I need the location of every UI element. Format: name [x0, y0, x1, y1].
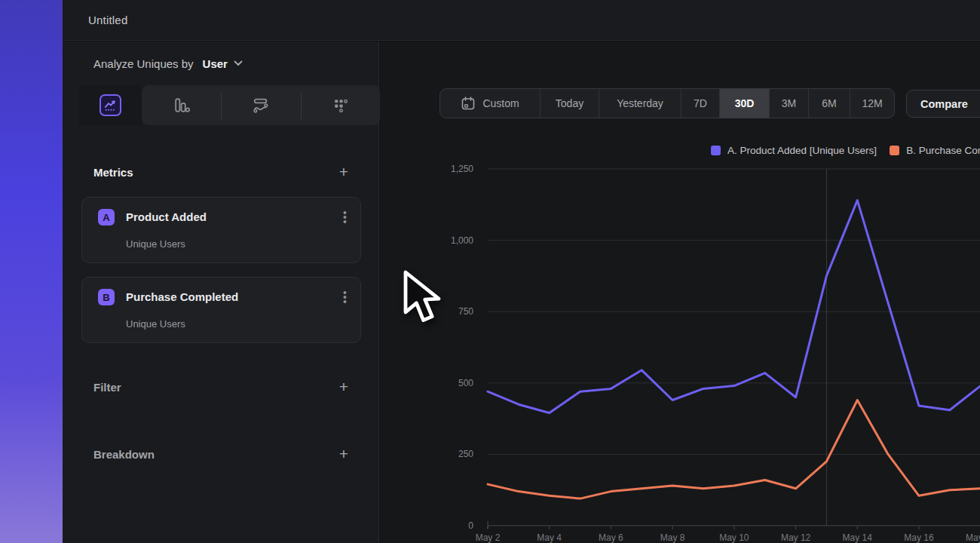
y-axis-label: 750	[458, 306, 473, 317]
metric-name: Product Added	[126, 210, 207, 223]
tab-funnel-dots[interactable]	[301, 85, 380, 125]
y-axis-label: 1,000	[451, 235, 473, 246]
chart-canvas[interactable]: 02505007501,0001,250May 2May 4May 6May 8…	[380, 41, 980, 543]
y-axis-label: 0	[468, 520, 473, 531]
metrics-title: Metrics	[93, 166, 133, 179]
x-axis-label: May 10	[719, 532, 749, 543]
x-axis-label: May 2	[476, 532, 501, 543]
metrics-header: Metrics +	[93, 161, 348, 183]
y-axis-label: 500	[458, 378, 473, 388]
chart-panel: Custom Today Yesterday 7D 30D 3M 6M 12M …	[380, 41, 980, 543]
analyze-row: Analyze Uniques by User	[93, 41, 243, 85]
metric-name: Purchase Completed	[126, 290, 238, 303]
x-axis-label: May 16	[904, 532, 934, 543]
metric-menu-button[interactable]: •••	[343, 210, 347, 224]
metric-card-a[interactable]: A Product Added Unique Users •••	[81, 197, 361, 263]
series-line-a[interactable]	[488, 201, 980, 413]
x-axis-label: May 18	[966, 532, 980, 543]
tab-flow-chart[interactable]	[221, 85, 300, 125]
line-chart-icon	[100, 94, 121, 116]
add-metric-button[interactable]: +	[339, 164, 348, 179]
x-axis-label: May 6	[599, 532, 623, 543]
title-bar: Untitled	[63, 0, 980, 41]
mouse-cursor	[401, 269, 443, 327]
metric-card-b[interactable]: B Purchase Completed Unique Users •••	[81, 277, 361, 343]
series-line-b[interactable]	[488, 400, 980, 499]
metric-menu-button[interactable]: •••	[343, 290, 347, 304]
flow-chart-icon	[252, 97, 269, 114]
tab-line-chart[interactable]	[79, 85, 142, 125]
filter-header: Filter +	[93, 376, 348, 398]
analyze-value-dropdown[interactable]: User	[203, 57, 228, 70]
tab-bar-chart[interactable]	[142, 85, 221, 125]
app-nav-strip	[0, 0, 63, 543]
metric-badge-b: B	[98, 289, 115, 305]
y-axis-label: 1,250	[451, 164, 473, 174]
add-filter-button[interactable]: +	[339, 379, 348, 394]
y-axis-label: 250	[458, 449, 473, 459]
metric-counting-method[interactable]: Unique Users	[126, 318, 185, 330]
funnel-dots-icon	[332, 97, 349, 114]
report-title[interactable]: Untitled	[88, 14, 127, 26]
x-axis-label: May 8	[660, 532, 685, 543]
breakdown-title: Breakdown	[93, 448, 155, 461]
breakdown-header: Breakdown +	[93, 443, 348, 465]
chart-type-tabs	[79, 85, 380, 125]
metric-counting-method[interactable]: Unique Users	[126, 238, 185, 250]
chart-type-tab-group	[142, 85, 380, 125]
chevron-down-icon[interactable]	[234, 60, 243, 66]
metric-badge-a: A	[98, 209, 115, 225]
analyze-label: Analyze Uniques by	[93, 57, 194, 70]
bar-chart-icon	[173, 97, 190, 114]
x-axis-label: May 4	[537, 532, 562, 543]
x-axis-label: May 14	[843, 532, 873, 543]
query-sidebar: Analyze Uniques by User	[63, 41, 379, 543]
add-breakdown-button[interactable]: +	[339, 446, 348, 462]
x-axis-label: May 12	[781, 532, 811, 543]
filter-title: Filter	[93, 381, 121, 394]
